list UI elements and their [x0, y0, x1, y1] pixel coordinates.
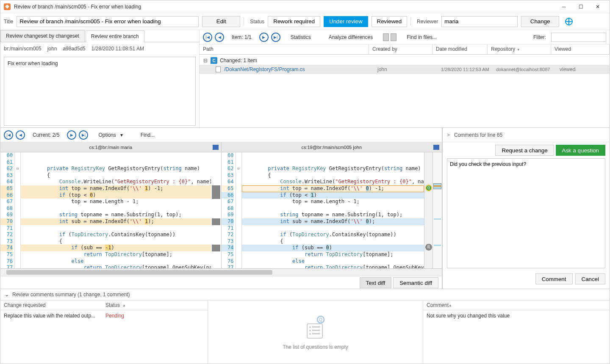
tree-collapse-icon[interactable]: ⊟ [203, 58, 208, 63]
summary-comments-column: Comment▲ Not sure why you changed this v… [423, 301, 610, 364]
top-strip: Title Edit Status Rework required Under … [0, 13, 610, 30]
ask-question-button[interactable]: Ask a question [556, 145, 605, 156]
header-comment[interactable]: Comment▲ [423, 301, 455, 310]
globe-icon[interactable] [565, 18, 573, 25]
summary-section: ⌄ Review comments summary (1 change, 1 c… [0, 289, 610, 364]
text-diff-button[interactable]: Text diff [360, 277, 392, 288]
file-toolbar: |◀ ◀ Item: 1/1 ▶ ▶| Statistics Analyze d… [200, 30, 610, 44]
filter-label: Filter: [533, 34, 546, 40]
file-list-headers: Path Created by Date modified Repository… [200, 44, 610, 55]
file-viewed: viewed [560, 66, 575, 72]
item-counter: Item: 1/1 [232, 34, 252, 40]
changed-badge: C [211, 57, 217, 64]
status-rework[interactable]: Rework required [268, 16, 320, 27]
doc-icons [383, 33, 396, 41]
line-gutter-left: 6061626364656667686970717273747576777879 [0, 152, 15, 268]
header-status[interactable]: Status▲ [102, 301, 129, 310]
header-created[interactable]: Created by [369, 44, 433, 54]
edit-button[interactable]: Edit [202, 16, 240, 27]
summary-questions-column: Q The list of questions is empty [208, 301, 423, 364]
chevron-down-icon[interactable]: ⌄ [5, 292, 9, 298]
summary-row[interactable]: Replace this value wih the related outp.… [0, 310, 208, 321]
file-repo: dokannet@localhost:8087 [496, 67, 560, 72]
doc-icon[interactable] [383, 33, 389, 41]
diff-nav-next-icon[interactable]: ▶ [67, 130, 76, 140]
nav-last-icon[interactable]: ▶| [271, 33, 280, 42]
code-left[interactable]: private RegistryKey GetRegistoryEntry(st… [21, 152, 211, 268]
tree-group[interactable]: ⊟ C Changed: 1 item [200, 56, 610, 65]
minimize-button[interactable]: ─ [555, 1, 572, 13]
change-button[interactable]: Change [521, 16, 559, 27]
branch-description: Fix error when loading [4, 57, 196, 126]
summary-comment-row[interactable]: Not sure why you changed this value [423, 310, 610, 321]
header-viewed[interactable]: Viewed [551, 44, 610, 54]
status-under-review[interactable]: Under review [324, 16, 368, 27]
diff-counter: Current: 2/5 [33, 132, 59, 138]
tab-by-changeset[interactable]: Review changeset by changeset [0, 30, 85, 42]
reviewer-input[interactable] [441, 16, 518, 27]
branch-path: br:/main/scm005 [4, 46, 42, 52]
svg-point-5 [309, 330, 311, 331]
branch-info: br:/main/scm005 john a98ad5d5 1/28/2020 … [0, 42, 199, 55]
cancel-button[interactable]: Cancel [575, 273, 606, 284]
nav-first-icon[interactable]: |◀ [203, 33, 212, 42]
pane-detach-icon[interactable] [433, 145, 439, 150]
chevron-right-icon[interactable]: > [447, 132, 450, 138]
file-created: john [377, 66, 441, 72]
pane-left-header: cs:1@br:/main maria [0, 142, 221, 152]
branch-hash: a98ad5d5 [63, 46, 85, 52]
file-path: /DokanNet/RegistoryFS/Program.cs [224, 66, 377, 72]
maximize-button[interactable]: ☐ [572, 1, 589, 13]
tab-entire-branch[interactable]: Review entire branch [86, 30, 144, 42]
analyze-link[interactable]: Analyze differences [329, 34, 373, 40]
fold-gutter-left: ⊟ [15, 152, 21, 268]
title-label: Title [4, 19, 13, 25]
svg-text:Q: Q [319, 317, 322, 322]
header-path[interactable]: Path [200, 44, 369, 54]
summary-title: Review comments summary (1 change, 1 com… [12, 292, 130, 298]
file-date: 1/28/2020 11:12:53 AM [441, 67, 496, 72]
change-marker-icon[interactable]: R [425, 244, 432, 251]
diff-nav-first-icon[interactable]: |◀ [4, 130, 13, 140]
header-date[interactable]: Date modified [433, 44, 488, 54]
minimap[interactable] [433, 152, 442, 268]
svg-rect-6 [312, 330, 320, 331]
comment-sidebar: > Comments for line 65 Request a change … [442, 128, 610, 289]
empty-message: The list of questions is empty [283, 344, 348, 350]
summary-change-text: Replace this value wih the related outp.… [4, 313, 105, 319]
file-row[interactable]: /DokanNet/RegistoryFS/Program.cs john 1/… [200, 65, 610, 74]
comment-button[interactable]: Comment [535, 273, 573, 284]
close-button[interactable]: ✕ [589, 1, 606, 13]
status-reviewed[interactable]: Reviewed [372, 16, 408, 27]
filter-input[interactable] [551, 33, 606, 42]
nav-prev-icon[interactable]: ◀ [215, 33, 224, 42]
nav-next-icon[interactable]: ▶ [259, 33, 269, 42]
pane-detach-icon[interactable] [213, 145, 219, 150]
find-in-files-link[interactable]: Find in files... [407, 34, 437, 40]
file-tree: ⊟ C Changed: 1 item /DokanNet/RegistoryF… [200, 55, 610, 127]
header-repo[interactable]: Repository ▼ [488, 44, 551, 54]
branch-user: john [47, 46, 57, 52]
options-dropdown[interactable]: Options ▾ [98, 132, 122, 138]
diff-nav-prev-icon[interactable]: ◀ [16, 130, 25, 140]
statistics-link[interactable]: Statistics [291, 34, 311, 40]
comment-textarea[interactable]: Did you check the previous input? [447, 158, 605, 268]
find-link[interactable]: Find... [141, 132, 155, 138]
horizontal-scrollbar[interactable] [0, 268, 442, 276]
semantic-diff-button[interactable]: Semantic diff [393, 277, 438, 288]
request-change-button[interactable]: Request a change [495, 145, 554, 156]
svg-rect-4 [312, 326, 320, 328]
summary-comment-text: Not sure why you changed this value [427, 313, 510, 319]
doc-icon[interactable] [391, 33, 396, 41]
svg-point-3 [309, 326, 311, 328]
tree-group-label: Changed: 1 item [220, 58, 257, 63]
diff-pane-left: cs:1@br:/main maria 60616263646566676869… [0, 142, 222, 268]
question-marker-icon[interactable]: Q [425, 185, 432, 191]
status-label: Status [250, 19, 264, 25]
title-input[interactable] [17, 16, 199, 27]
header-change-requested[interactable]: Change requested [0, 301, 102, 310]
diff-nav-last-icon[interactable]: ▶| [79, 130, 88, 140]
file-icon [216, 66, 221, 72]
code-right[interactable]: private RegistryKey GetRegistoryEntry(st… [242, 152, 424, 268]
line-gutter-right: 6061626364656667686970717273747576777879 [222, 152, 236, 268]
